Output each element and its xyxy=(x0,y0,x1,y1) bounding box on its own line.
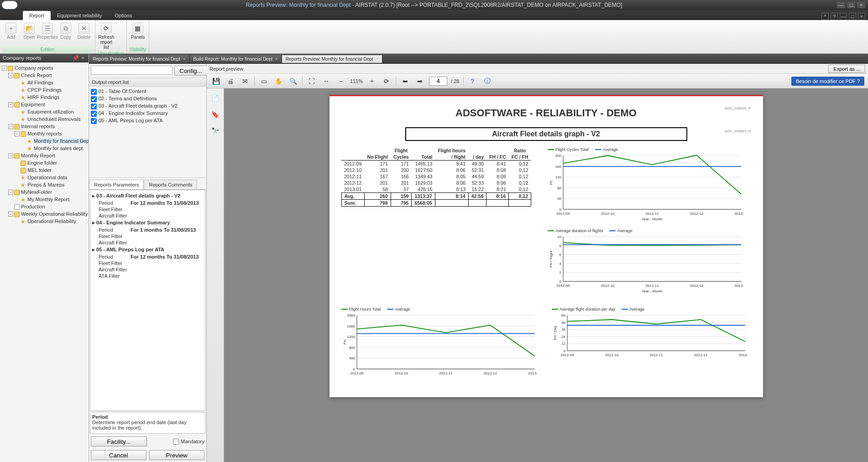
tree-toggle-icon[interactable]: − xyxy=(8,153,13,158)
info-icon[interactable]: ⓘ xyxy=(482,76,493,87)
param-row[interactable]: Aircraft Filter xyxy=(92,239,203,246)
copy-button[interactable]: ⧉Copy xyxy=(58,22,74,41)
tree-item[interactable]: Engine folder xyxy=(15,159,88,166)
tab-equipment-reliability[interactable]: Equipment reliability xyxy=(51,11,108,20)
list-checkbox[interactable] xyxy=(91,104,97,109)
list-item[interactable]: 05 - AML Pireps Log per ATA xyxy=(91,117,204,124)
tree-item[interactable]: −Monthly ReportEngine folderMEL folder★O… xyxy=(8,152,88,188)
tree-item[interactable]: −Equipment★Equipment utilization★Unsched… xyxy=(8,101,88,123)
minimize-button[interactable]: — xyxy=(837,2,845,8)
tab-close-icon[interactable]: × xyxy=(275,57,278,62)
tree-item[interactable]: ★All Findings xyxy=(15,79,88,86)
tree-toggle-icon[interactable]: − xyxy=(2,66,7,71)
fit-width-icon[interactable]: ↔ xyxy=(321,76,332,87)
doc-tab[interactable]: Reports Preview: Monthly for financial D… xyxy=(89,55,190,63)
list-checkbox[interactable] xyxy=(91,89,97,95)
inner-close-icon[interactable]: × xyxy=(858,13,865,20)
tab-reports-parameters[interactable]: Reports Parameters xyxy=(89,180,144,189)
tab-close-icon[interactable]: × xyxy=(376,57,379,62)
rotate-icon[interactable]: ⟳ xyxy=(381,76,392,87)
save-icon[interactable]: 💾 xyxy=(210,76,221,87)
tree-item[interactable]: −Internal reports−Monthly reports★Monthl… xyxy=(8,123,88,152)
next-page-icon[interactable]: ➡ xyxy=(414,76,425,87)
select-icon[interactable]: ▭ xyxy=(258,76,269,87)
tree-item[interactable]: Production xyxy=(8,203,88,210)
config-button[interactable]: Config... xyxy=(174,66,207,76)
param-section-head[interactable]: ▸ 04 - Engine Indicator Summary xyxy=(92,219,203,227)
tree-item[interactable]: −MyNewFolder★My Monthly Report xyxy=(8,188,88,203)
search-binoculars-icon[interactable]: 🔭 xyxy=(210,126,220,136)
maximize-button[interactable]: □ xyxy=(847,2,855,8)
param-row[interactable]: Aircraft Filter xyxy=(92,213,203,219)
preview-button[interactable]: Preview xyxy=(149,450,205,460)
param-row[interactable]: Fleet Filter xyxy=(92,233,203,239)
param-row[interactable]: Fleet Filter xyxy=(92,260,203,266)
tree-toggle-icon[interactable]: − xyxy=(15,131,20,136)
tree-item[interactable]: ★Unscheduled Removals xyxy=(15,115,88,123)
tree-item[interactable]: ★My Monthly Report xyxy=(15,196,88,203)
delete-button[interactable]: ✕Delete xyxy=(76,22,92,41)
tree-toggle-icon[interactable]: − xyxy=(8,102,13,107)
close-button[interactable]: × xyxy=(857,2,865,8)
panels-button[interactable]: ▦Panels xyxy=(130,22,146,41)
refresh-button[interactable]: ⟳Refreshreport list xyxy=(98,22,115,51)
tree-item[interactable]: ★CPCP Findings xyxy=(15,86,88,93)
tree-item[interactable]: ★Equipment utilization xyxy=(15,108,88,115)
tree-toggle-icon[interactable]: − xyxy=(8,212,13,217)
param-section-head[interactable]: ▸ 05 - AML Pireps Log per ATA xyxy=(92,246,203,254)
param-row[interactable]: PeriodFor 12 months To 31/08/2013 xyxy=(92,254,203,260)
mandatory-checkbox[interactable] xyxy=(173,439,179,445)
cancel-button[interactable]: Cancel xyxy=(91,450,146,460)
pages-thumb-icon[interactable]: 📄 xyxy=(210,93,220,103)
ribbon-help-icon[interactable]: ? xyxy=(831,13,838,20)
tree-item[interactable]: −Company reports−Check Report★All Findin… xyxy=(2,64,88,225)
page-input[interactable] xyxy=(429,77,447,86)
parameters-body[interactable]: ▸ 03 - Aircraft Fleet details graph - V2… xyxy=(90,190,205,411)
fit-page-icon[interactable]: ⛶ xyxy=(306,76,317,87)
facility-button[interactable]: Facility... xyxy=(91,436,147,446)
tree-item[interactable]: ★Operational Reliability xyxy=(15,218,88,225)
tree-item[interactable]: ★Operationnal data xyxy=(15,174,88,181)
list-checkbox[interactable] xyxy=(91,118,97,124)
tab-reports-comments[interactable]: Reports Comments xyxy=(144,180,197,189)
tree-item[interactable]: ★Monthly for financial Dept xyxy=(21,137,88,145)
add-button[interactable]: +Add xyxy=(3,22,19,41)
mail-icon[interactable]: ✉ xyxy=(240,76,251,87)
tree-toggle-icon[interactable]: − xyxy=(8,124,13,129)
list-item[interactable]: 02 - Terms and Definitions xyxy=(91,95,204,102)
config-search-input[interactable] xyxy=(91,66,173,75)
param-row[interactable]: Fleet Filter xyxy=(92,206,203,213)
zoom-in-icon[interactable]: ＋ xyxy=(366,76,377,87)
properties-button[interactable]: ☰Properties xyxy=(39,22,56,41)
tree-toggle-icon[interactable]: − xyxy=(8,73,13,78)
tree-toggle-icon[interactable]: − xyxy=(8,190,13,195)
tree-item[interactable]: ★Pireps & Mareps xyxy=(15,181,88,188)
param-row[interactable]: Aircraft Filter xyxy=(92,266,203,273)
tree-item[interactable]: MEL folder xyxy=(15,166,88,174)
tree-item[interactable]: −Weekly Operational Reliability Report★O… xyxy=(8,210,88,225)
param-section-head[interactable]: ▸ 03 - Aircraft Fleet details graph - V2 xyxy=(92,192,203,200)
param-row[interactable]: PeriodFor 12 months To 31/08/2013 xyxy=(92,200,203,206)
inner-minimize-icon[interactable]: — xyxy=(840,13,847,20)
export-button[interactable]: Export as ... xyxy=(828,65,865,73)
prev-page-icon[interactable]: ⬅ xyxy=(400,76,411,87)
zoom-out-icon[interactable]: − xyxy=(335,76,346,87)
doc-tab[interactable]: Build Report: Monthly for financial Dept… xyxy=(190,55,282,63)
list-checkbox[interactable] xyxy=(91,96,97,102)
tab-close-icon[interactable]: × xyxy=(183,57,186,62)
reports-tree[interactable]: −Company reports−Check Report★All Findin… xyxy=(0,62,89,462)
tab-options[interactable]: Options xyxy=(108,11,138,20)
open-button[interactable]: 📂Open xyxy=(21,22,37,41)
inner-restore-icon[interactable]: □ xyxy=(849,13,856,20)
list-checkbox[interactable] xyxy=(91,111,97,117)
output-report-list[interactable]: 01 - Table Of Content02 - Terms and Defi… xyxy=(89,87,206,178)
tree-item[interactable]: ★HIRF Findings xyxy=(15,93,88,101)
print-icon[interactable]: 🖨 xyxy=(225,76,236,87)
param-row[interactable]: ATA Filter xyxy=(92,273,203,279)
list-item[interactable]: 04 - Engine Indicator Summary xyxy=(91,109,204,117)
help-icon[interactable]: ? xyxy=(467,76,478,87)
tree-item[interactable]: −Check Report★All Findings★CPCP Findings… xyxy=(8,72,88,101)
tree-item[interactable]: ★Monthly for sales dept. xyxy=(21,145,88,152)
tab-report[interactable]: Report xyxy=(23,11,51,20)
pdf-banner[interactable]: Besoin de modifier ce PDF ? xyxy=(791,77,864,86)
